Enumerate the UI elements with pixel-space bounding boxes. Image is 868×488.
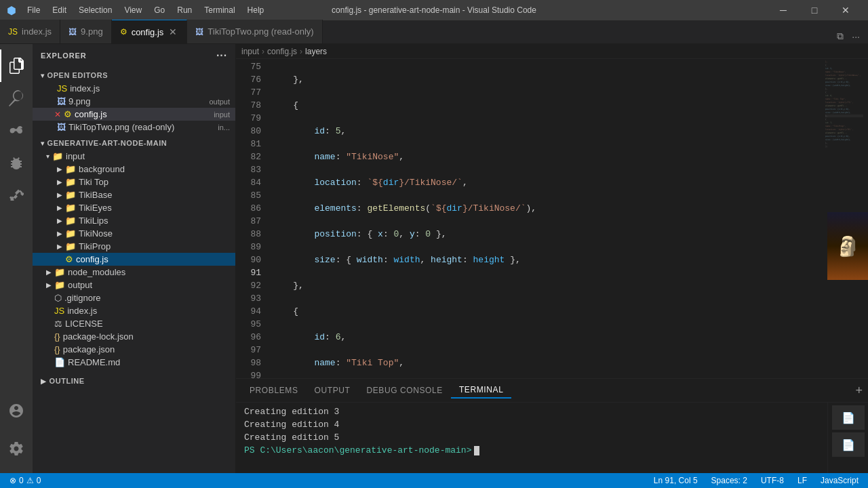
- menu-run[interactable]: Run: [172, 4, 197, 16]
- tikitop-label: Tiki Top: [79, 177, 235, 187]
- tikieyes-folder-icon: 📁: [65, 203, 76, 213]
- statusbar-errors[interactable]: ⊗ 0 ⚠ 0: [5, 473, 45, 488]
- file-package-lock[interactable]: {} package-lock.json: [33, 330, 235, 343]
- panel-content: Creating edition 3 Creating edition 4 Cr…: [236, 403, 868, 473]
- statusbar-position[interactable]: Ln 91, Col 5: [650, 473, 702, 488]
- file-license[interactable]: ⚖ LICENSE: [33, 317, 235, 330]
- more-tabs-button[interactable]: ···: [849, 30, 863, 43]
- open-editor-indexjs[interactable]: JS index.js: [33, 82, 235, 95]
- menu-view[interactable]: View: [119, 4, 147, 16]
- activity-account[interactable]: [0, 394, 33, 427]
- activity-settings[interactable]: [0, 432, 33, 465]
- menu-edit[interactable]: Edit: [47, 4, 72, 16]
- sidebar: Explorer ··· ▾ Open Editors JS index.js …: [33, 44, 236, 473]
- folder-background[interactable]: ▶ 📁 background: [33, 163, 235, 176]
- tabbar: JS index.js 🖼 9.png ⚙ config.js ✕ 🖼 Tiki…: [0, 20, 868, 44]
- ln-75: 75: [236, 60, 261, 73]
- menu-go[interactable]: Go: [149, 4, 170, 16]
- file-readme[interactable]: 📄 README.md: [33, 356, 235, 369]
- file-gitignore[interactable]: ⬡ .gitignore: [33, 291, 235, 304]
- activity-source-control[interactable]: [0, 115, 33, 147]
- project-header[interactable]: ▾ GENERATIVE-ART-NODE-MAIN: [33, 136, 235, 150]
- tab-output[interactable]: OUTPUT: [307, 383, 359, 398]
- tab-tikitoptwo[interactable]: 🖼 TikiTopTwo.png (read-only): [187, 20, 322, 43]
- panel-thumbnail-1[interactable]: 📄: [832, 405, 865, 430]
- folder-node_modules[interactable]: ▶ 📁 node_modules: [33, 266, 235, 279]
- breadcrumb-layers[interactable]: layers: [305, 47, 327, 56]
- statusbar-spaces[interactable]: Spaces: 2: [707, 473, 751, 488]
- file-indexjs[interactable]: JS index.js: [33, 304, 235, 317]
- sidebar-more-button[interactable]: ···: [216, 49, 227, 62]
- package-lock-label: package-lock.json: [63, 331, 235, 342]
- input-chevron: ▾: [46, 152, 50, 160]
- code-line-76: {: [272, 99, 824, 112]
- tab-9png[interactable]: 🖼 9.png: [60, 20, 112, 43]
- outline-header[interactable]: ▶ OUTLINE: [33, 374, 235, 388]
- tab-close-configjs[interactable]: ✕: [167, 26, 178, 37]
- folder-tikieyes[interactable]: ▶ 📁 TikiEyes: [33, 201, 235, 214]
- activity-search[interactable]: [0, 82, 33, 115]
- tab-debug-console[interactable]: DEBUG CONSOLE: [358, 383, 451, 398]
- file-configjs[interactable]: ⚙ config.js: [33, 253, 235, 266]
- tab-problems[interactable]: PROBLEMS: [241, 383, 307, 398]
- menu-selection[interactable]: Selection: [73, 4, 117, 16]
- folder-output[interactable]: ▶ 📁 output: [33, 279, 235, 291]
- project-chevron: ▾: [41, 140, 45, 147]
- tikilips-folder-icon: 📁: [65, 216, 76, 226]
- add-terminal-button[interactable]: +: [855, 384, 863, 396]
- menu-terminal[interactable]: Terminal: [199, 4, 240, 16]
- breadcrumb-configjs[interactable]: config.js: [267, 47, 297, 56]
- statusbar-line-ending[interactable]: LF: [793, 473, 811, 488]
- nodemodules-chevron: ▶: [46, 268, 52, 276]
- activity-extensions[interactable]: [0, 180, 33, 212]
- tikibase-label: TikiBase: [79, 190, 235, 200]
- open-editors-header[interactable]: ▾ Open Editors: [33, 68, 235, 82]
- breadcrumb-input[interactable]: input: [241, 47, 259, 56]
- split-editor-button[interactable]: ⧉: [834, 29, 846, 43]
- window-title: config.js - generative-art-node-main - V…: [332, 5, 536, 15]
- folder-tikilips[interactable]: ▶ 📁 TikiLips: [33, 214, 235, 227]
- background-chevron: ▶: [57, 165, 62, 173]
- tab-terminal[interactable]: TERMINAL: [451, 382, 511, 399]
- tab-indexjs[interactable]: JS index.js: [0, 20, 60, 43]
- panel-thumbnail-2[interactable]: 📄: [832, 432, 865, 457]
- ln-82: 82: [236, 150, 261, 163]
- breadcrumb-sep1: ›: [262, 47, 264, 56]
- activity-explorer[interactable]: [0, 49, 33, 82]
- terminal-cursor: [474, 446, 479, 455]
- open-editor-tikitoptwo[interactable]: 🖼 TikiTopTwo.png (read-only) in...: [33, 121, 235, 134]
- statusbar-language[interactable]: JavaScript: [816, 473, 863, 488]
- code-line-83: },: [272, 279, 824, 292]
- minimize-button[interactable]: ─: [768, 0, 799, 20]
- folder-tikiprop[interactable]: ▶ 📁 TikiProp: [33, 240, 235, 253]
- menu-file[interactable]: File: [22, 4, 45, 16]
- statusbar-encoding[interactable]: UTF-8: [757, 473, 788, 488]
- encoding-text: UTF-8: [761, 476, 784, 485]
- open-editors-section: ▾ Open Editors JS index.js 🖼 9.png outpu…: [33, 67, 235, 135]
- folder-tikitop[interactable]: ▶ 📁 Tiki Top: [33, 176, 235, 188]
- open-editor-9png[interactable]: 🖼 9.png output: [33, 95, 235, 108]
- folder-input[interactable]: ▾ 📁 input: [33, 150, 235, 163]
- close-button[interactable]: ✕: [830, 0, 861, 20]
- folder-tikinose[interactable]: ▶ 📁 TikiNose: [33, 227, 235, 240]
- file-package[interactable]: {} package.json: [33, 343, 235, 356]
- open-editor-9png-badge: output: [209, 98, 230, 106]
- tab-configjs[interactable]: ⚙ config.js ✕: [112, 20, 188, 43]
- ln-77: 77: [236, 86, 261, 99]
- tikinose-folder-icon: 📁: [65, 228, 76, 239]
- activity-debug[interactable]: [0, 147, 33, 180]
- tab-label-indexjs: index.js: [22, 26, 52, 37]
- code-line-77: id: 5,: [272, 125, 824, 138]
- folder-tikibase[interactable]: ▶ 📁 TikiBase: [33, 188, 235, 201]
- terminal-content[interactable]: Creating edition 3 Creating edition 4 Cr…: [236, 403, 827, 473]
- vscode-logo: ⬢: [7, 4, 16, 17]
- code-line-80: elements: getElements(`${dir}/TikiNose/`…: [272, 202, 824, 215]
- ln-87: 87: [236, 215, 261, 228]
- open-editor-configjs[interactable]: ✕ ⚙ config.js input: [33, 108, 235, 121]
- input-folder-icon: 📁: [52, 151, 63, 161]
- menu-help[interactable]: Help: [242, 4, 270, 16]
- code-editor[interactable]: }, { id: 5, name: "TikiNose", location: …: [267, 59, 824, 378]
- open-editor-tikitoptwo-label: TikiTopTwo.png (read-only): [68, 122, 215, 132]
- maximize-button[interactable]: □: [799, 0, 830, 20]
- warning-count: 0: [37, 476, 41, 485]
